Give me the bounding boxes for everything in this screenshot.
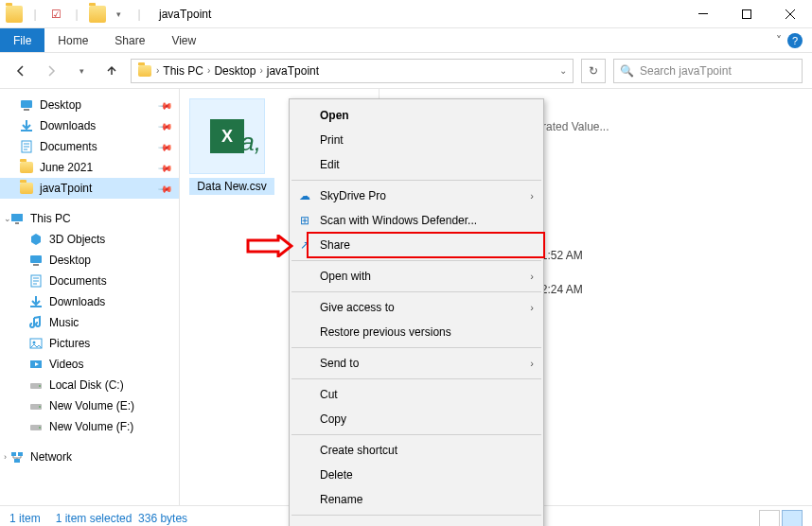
pictures-icon [28, 336, 44, 351]
folder-icon [6, 6, 23, 23]
cloud-icon: ☁ [297, 188, 312, 203]
menu-item[interactable]: Delete [290, 463, 543, 487]
details-view-button[interactable] [759, 510, 780, 527]
breadcrumb-segment[interactable]: javaTpoint [267, 64, 319, 78]
sidebar-item[interactable]: Desktop📌 [0, 95, 179, 115]
sidebar-item[interactable]: Pictures [0, 333, 179, 354]
downloads-icon [19, 118, 34, 133]
svg-point-16 [39, 385, 41, 387]
sidebar-item-label: Network [30, 450, 72, 464]
pc-icon [9, 211, 25, 226]
menu-item[interactable]: Edit [290, 152, 543, 177]
breadcrumb[interactable]: › This PC › Desktop › javaTpoint ⌄ [131, 59, 574, 83]
menu-item[interactable]: Properties [290, 518, 543, 526]
folder-icon [19, 160, 34, 175]
menu-item-label: Send to [320, 357, 359, 370]
menu-item-label: Give access to [320, 301, 395, 314]
sidebar-item[interactable]: Desktop [0, 250, 179, 271]
drive-icon [28, 377, 44, 393]
drive-icon [28, 419, 44, 434]
chevron-right-icon[interactable]: › [156, 65, 159, 76]
sidebar-item-network[interactable]: ›Network [0, 447, 179, 467]
svg-point-18 [39, 406, 41, 408]
menu-item-label: Copy [320, 412, 346, 426]
menu-item[interactable]: Create shortcut [290, 438, 543, 463]
documents-icon [28, 273, 44, 289]
menu-item[interactable]: ↗Share [290, 233, 543, 257]
3d-icon [28, 232, 44, 247]
chevron-down-icon: ⌄ [4, 214, 11, 223]
menu-item[interactable]: Cut [290, 382, 543, 407]
breadcrumb-segment[interactable]: This PC [163, 64, 203, 78]
qat-dropdown-icon[interactable]: ▾ [110, 6, 127, 23]
sidebar-item[interactable]: New Volume (E:) [0, 395, 179, 416]
item-count: 1 item [9, 512, 41, 525]
qat-sep: | [68, 6, 85, 23]
svg-point-20 [39, 427, 41, 429]
qat-sep: | [131, 6, 148, 23]
menu-item[interactable]: Rename [290, 487, 543, 512]
sidebar-item[interactable]: Documents [0, 271, 179, 291]
file-tab[interactable]: File [0, 28, 44, 52]
forward-button[interactable] [40, 60, 62, 82]
chevron-right-icon: › [530, 302, 534, 313]
back-button[interactable] [9, 60, 32, 82]
folder-icon [137, 63, 152, 79]
svg-rect-1 [743, 9, 751, 18]
menu-item[interactable]: Send to› [290, 351, 543, 376]
menu-item[interactable]: Open [290, 103, 543, 128]
svg-rect-22 [18, 452, 23, 456]
music-icon [28, 315, 44, 330]
sidebar-item[interactable]: New Volume (F:) [0, 416, 179, 437]
chevron-right-icon[interactable]: › [259, 65, 262, 76]
history-dropdown[interactable]: ▾ [70, 60, 93, 82]
menu-item[interactable]: Print [290, 128, 543, 152]
menu-item-label: Open with [320, 270, 371, 283]
tab-share[interactable]: Share [101, 28, 158, 52]
properties-icon[interactable]: ☑ [47, 6, 64, 23]
refresh-button[interactable]: ↻ [581, 59, 606, 83]
file-item[interactable]: X a, Data New.csv [189, 98, 274, 195]
excel-icon: X [210, 119, 244, 153]
menu-item[interactable]: Open with› [290, 264, 543, 289]
breadcrumb-segment[interactable]: Desktop [214, 64, 256, 78]
help-icon[interactable]: ? [787, 33, 803, 48]
svg-rect-0 [698, 13, 708, 14]
file-name-label[interactable]: Data New.csv [189, 178, 274, 195]
sidebar-item[interactable]: June 2021📌 [0, 157, 179, 178]
tab-view[interactable]: View [158, 28, 209, 52]
chevron-right-icon[interactable]: › [207, 65, 210, 76]
menu-item[interactable]: Copy [290, 407, 543, 431]
menu-item[interactable]: ☁SkyDrive Pro› [290, 184, 543, 208]
ribbon-expand-icon[interactable]: ˅ [776, 34, 782, 47]
tab-home[interactable]: Home [44, 28, 101, 52]
maximize-button[interactable] [725, 0, 768, 28]
address-dropdown-icon[interactable]: ⌄ [559, 65, 567, 76]
sidebar-item-label: Desktop [40, 98, 81, 112]
sidebar-item-this-pc[interactable]: ⌄This PC [0, 208, 179, 229]
search-input[interactable]: 🔍 Search javaTpoint [613, 59, 803, 83]
menu-item[interactable]: Restore previous versions [290, 320, 543, 344]
menu-separator [291, 515, 541, 516]
sidebar-item[interactable]: Local Disk (C:) [0, 375, 179, 395]
sidebar-item[interactable]: Videos [0, 354, 179, 375]
svg-rect-11 [30, 306, 42, 307]
pin-icon: 📌 [158, 97, 173, 113]
sidebar-item[interactable]: Music [0, 312, 179, 333]
documents-icon [19, 139, 34, 154]
address-bar-row: ▾ › This PC › Desktop › javaTpoint ⌄ ↻ 🔍… [0, 53, 812, 89]
downloads-icon [28, 294, 44, 309]
sidebar-item[interactable]: Downloads [0, 291, 179, 312]
minimize-button[interactable] [681, 0, 725, 28]
sidebar-item[interactable]: Downloads📌 [0, 115, 179, 136]
sidebar-item[interactable]: javaTpoint📌 [0, 178, 179, 199]
up-button[interactable] [100, 60, 123, 82]
menu-item[interactable]: Give access to› [290, 295, 543, 320]
sidebar-item[interactable]: Documents📌 [0, 136, 179, 157]
large-icons-view-button[interactable] [782, 510, 803, 527]
menu-item-label: Create shortcut [320, 444, 397, 457]
menu-item[interactable]: ⊞Scan with Windows Defender... [290, 208, 543, 233]
sidebar-item[interactable]: 3D Objects [0, 229, 179, 250]
videos-icon [28, 357, 44, 372]
close-button[interactable] [768, 0, 812, 28]
